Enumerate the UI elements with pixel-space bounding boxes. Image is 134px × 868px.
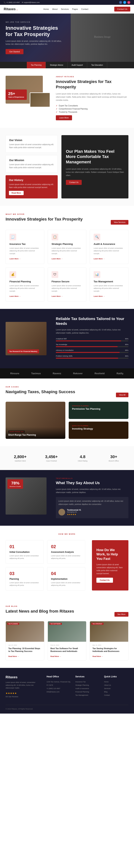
about-years-num: 25+ (8, 91, 24, 96)
how-grid: 01 Initial Consultation Lorem ipsum dolo… (6, 540, 128, 591)
partner-logo-3: Ravenz (53, 372, 61, 375)
footer-grid: Ritaxes Lorem ipsum dolor sit amet, cons… (6, 675, 128, 701)
history-read-more-button[interactable]: Read More (9, 191, 24, 195)
nav-about[interactable]: About (52, 8, 57, 10)
how-right-panel: How Do We Work, to Help You Fast Lorem i… (92, 540, 128, 591)
service-link-6[interactable]: Learn More → (93, 295, 105, 297)
vision-mission-section: Our Vision Lorem ipsum dolor sit amet co… (0, 128, 134, 206)
case-card-2[interactable]: Strategic Planning Permissive Tax Planni… (69, 402, 128, 419)
case-card-3[interactable]: Quick Tax Planning Investing Strategy (69, 422, 128, 439)
footer-link-contact[interactable]: Contact (104, 693, 128, 697)
hero-nav-bar: Tax Planning Strategic Advice Audit Supp… (0, 62, 134, 68)
nav-contact[interactable]: Contact (81, 8, 88, 10)
blog-read-more-1[interactable]: Read More → (8, 655, 19, 657)
hero-cta-button[interactable]: Get Started (6, 49, 23, 54)
how-step-desc-2: Lorem ipsum dolor sit amet consectetur a… (51, 555, 81, 560)
footer-link-blog[interactable]: Blog (104, 690, 128, 693)
case-tag-1: Short-Range Tax (8, 431, 25, 433)
partner-logo-5: Reshield (95, 372, 105, 375)
skill-track-3 (56, 352, 128, 353)
twitter-icon[interactable]: t (123, 1, 126, 4)
blog-read-more-2[interactable]: Read More → (50, 655, 61, 657)
blog-see-more-button[interactable]: See More (114, 612, 128, 617)
blog-body-1: Jan 15, 2024 Tax Planning: 10 Essential … (6, 642, 44, 660)
plan-contact-button[interactable]: Contact Us (66, 180, 82, 185)
services-tag: What We Offer (6, 213, 83, 215)
nav-home[interactable]: Home (43, 8, 49, 10)
service-icon-2: 📋 (52, 234, 58, 240)
skill-fill-2 (56, 346, 117, 347)
blog-read-more-3[interactable]: Read More → (92, 655, 103, 657)
footer-service-4[interactable]: Financial Planning (75, 690, 100, 693)
skill-bar-2: Tax Knowledge 85% (56, 344, 128, 347)
partner-logo-1: Rinsure (10, 372, 19, 375)
service-link-2[interactable]: Learn More → (52, 258, 63, 260)
nav-cta-button[interactable]: Contact Us (114, 7, 130, 11)
facebook-icon[interactable]: f (119, 1, 122, 4)
services-view-all-button[interactable]: View Services (111, 220, 128, 225)
case-card-1[interactable]: Short-Range Tax Short-Range Tax Planning (6, 402, 65, 439)
skill-track-2 (56, 346, 128, 347)
footer-quick-links-title: Quick Links (104, 675, 128, 678)
nav-services[interactable]: Services (61, 8, 69, 10)
services-header: What We Offer Innovative Strategies for … (6, 213, 128, 225)
footer-service-5[interactable]: Tax Management (75, 693, 100, 697)
nav-links: Home About Services Pages Contact (43, 8, 88, 10)
footer-link-about[interactable]: About Us (104, 683, 128, 687)
service-link-4[interactable]: Learn More → (9, 295, 21, 297)
how-step-4: 04 Implementation Lorem ipsum dolor sit … (47, 567, 85, 591)
vision-title: Our Vision (9, 139, 54, 142)
testi-avatar (58, 509, 65, 516)
stat-item-3: 4.8 Client Rating (68, 452, 97, 465)
service-card-5: 🛡 Finance Secure Lorem ipsum dolor sit a… (48, 267, 86, 302)
social-icons: f t in (119, 1, 130, 4)
service-link-3[interactable]: Learn More → (93, 258, 105, 260)
service-link-5[interactable]: Learn More → (52, 295, 63, 297)
stat-item-1: 2,800+ Satisfied Client (6, 452, 35, 465)
service-title-5: Finance Secure (52, 280, 82, 283)
footer-services-title: Services (75, 675, 100, 678)
footer: Ritaxes Lorem ipsum dolor sit amet, cons… (0, 668, 134, 714)
how-step-3: 03 Planning Lorem ipsum dolor sit amet c… (6, 567, 44, 591)
history-title: Our History (9, 179, 54, 182)
how-step-1: 01 Initial Consultation Lorem ipsum dolo… (6, 540, 44, 564)
hero-nav-tax-planning[interactable]: Tax Planning (27, 62, 46, 68)
footer-quick-links-col: Quick Links Home About Us Services Blog … (104, 675, 128, 701)
about-desc: Lorem ipsum dolor sit amet, consectetur … (56, 92, 128, 102)
footer-service-1[interactable]: Insurance Tax (75, 680, 100, 683)
how-step-desc-1: Lorem ipsum dolor sit amet consectetur a… (9, 555, 40, 560)
how-contact-button[interactable]: Contact Us (97, 578, 113, 583)
how-step-num-4: 04 (51, 571, 81, 576)
about-learn-more-button[interactable]: Learn More (56, 115, 72, 120)
blog-tag-3: Tax Strategy (91, 623, 104, 625)
blog-card-2: Tax Software Feb 02, 2024 Best Tax Softw… (48, 621, 86, 660)
hero-nav-strategic-advice[interactable]: Strategic Advice (46, 62, 68, 68)
partner-logo-4: Rekover (73, 372, 83, 375)
skill-track-4 (56, 358, 128, 359)
skill-label-3: Advisory & Consultation 88% (56, 349, 128, 351)
blog-tag-1: Tax Planning (7, 623, 19, 625)
footer-link-home[interactable]: Home (104, 680, 128, 683)
service-link-1[interactable]: Learn More → (9, 258, 21, 260)
how-section: How We Work 01 Initial Consultation Lore… (0, 526, 134, 598)
nav-pages[interactable]: Pages (72, 8, 78, 10)
instagram-icon[interactable]: in (127, 1, 130, 4)
cases-view-all-button[interactable]: View All (116, 393, 128, 397)
how-step-2: 02 Assessment Analysis Lorem ipsum dolor… (47, 540, 85, 564)
footer-link-services[interactable]: Services (104, 687, 128, 690)
blog-title-group: Our Blog Latest News and Blog from Ritax… (6, 605, 74, 617)
footer-service-3[interactable]: Audit & Assurance (75, 687, 100, 690)
hero-nav-audit-support[interactable]: Audit Support (68, 62, 87, 68)
skill-label-1: Analytical Skill 90% (56, 338, 128, 340)
footer-service-2[interactable]: Strategic Planning (75, 683, 100, 687)
blog-body-3: Mar 10, 2024 Tax Saving Strategies for I… (90, 642, 128, 660)
hero-nav-tax-education[interactable]: Tax Education (87, 62, 107, 68)
footer-logo: Ritaxes (6, 675, 42, 679)
service-icon-3: 🔍 (93, 234, 100, 240)
history-desc: Lorem ipsum dolor sit amet consectetur a… (9, 183, 54, 189)
service-card-3: 🔍 Audit & Assurance Lorem ipsum dolor si… (90, 230, 128, 264)
testi-title: What They Say About Us (56, 481, 128, 485)
blog-section: Our Blog Latest News and Blog from Ritax… (0, 598, 134, 668)
logo[interactable]: Ritaxes. (4, 7, 18, 11)
stat-item-2: 3,456+ Case Finished (37, 452, 66, 465)
